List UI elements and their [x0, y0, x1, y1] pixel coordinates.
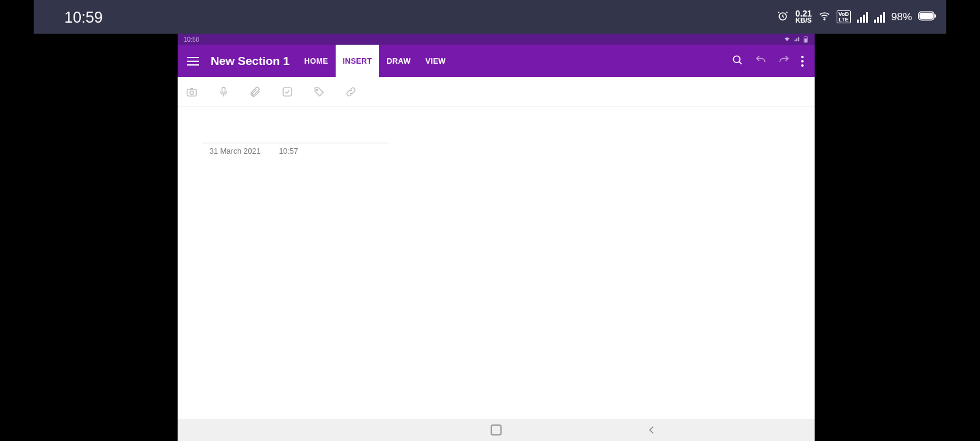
menu-button[interactable]: [178, 45, 208, 77]
inner-status-bar: 10:58: [178, 34, 815, 45]
tab-home[interactable]: HOME: [297, 45, 336, 77]
svg-rect-10: [222, 88, 225, 93]
microphone-icon[interactable]: [214, 83, 233, 101]
more-icon[interactable]: [801, 56, 804, 67]
page-title-input[interactable]: [202, 126, 388, 143]
data-speed: 0.21 KB/S: [795, 10, 812, 23]
tab-draw[interactable]: DRAW: [379, 45, 418, 77]
ribbon-tabs: HOME INSERT DRAW VIEW: [297, 45, 453, 77]
section-title[interactable]: New Section 1: [208, 45, 297, 77]
wifi-icon: [818, 10, 831, 24]
inner-status-icons: [784, 36, 809, 43]
svg-point-1: [824, 19, 825, 20]
note-canvas[interactable]: 31 March 2021 10:57: [178, 107, 815, 420]
app-window: 10:58 New Section 1 HOME INSERT DRAW VIE…: [178, 34, 815, 441]
tab-view[interactable]: VIEW: [418, 45, 453, 77]
redo-icon[interactable]: [778, 54, 790, 69]
tab-insert[interactable]: INSERT: [336, 45, 380, 77]
svg-rect-3: [920, 13, 933, 19]
search-icon[interactable]: [731, 54, 744, 69]
svg-rect-8: [187, 89, 197, 96]
network-badge: VoDLTE: [837, 10, 851, 23]
svg-rect-11: [283, 88, 291, 96]
link-icon[interactable]: [342, 83, 360, 101]
checkbox-icon[interactable]: [278, 83, 296, 101]
home-button[interactable]: [487, 421, 505, 439]
attachment-icon[interactable]: [246, 83, 265, 101]
battery-icon: [918, 11, 937, 23]
inner-clock: 10:58: [184, 36, 199, 43]
device-clock: 10:59: [64, 8, 103, 26]
signal-icon-2: [874, 12, 885, 23]
page-time: 10:57: [279, 147, 298, 156]
app-bar: New Section 1 HOME INSERT DRAW VIEW: [178, 45, 815, 77]
svg-rect-6: [804, 38, 807, 42]
page-header: 31 March 2021 10:57: [202, 126, 386, 156]
camera-icon[interactable]: [183, 83, 201, 101]
signal-icon-1: [857, 12, 868, 23]
svg-point-9: [190, 91, 194, 94]
system-nav-bar: [178, 419, 815, 441]
insert-toolbar: [178, 77, 815, 107]
tag-icon[interactable]: [310, 83, 328, 101]
undo-icon[interactable]: [755, 54, 767, 69]
battery-percent: 98%: [891, 11, 912, 23]
svg-rect-4: [935, 14, 937, 17]
back-button[interactable]: [643, 421, 661, 439]
page-date: 31 March 2021: [209, 147, 260, 156]
svg-point-12: [317, 89, 318, 91]
device-status-bar: 10:59 0.21 KB/S VoDLTE 98%: [34, 0, 946, 34]
alarm-icon: [777, 10, 789, 24]
svg-point-7: [733, 56, 740, 62]
